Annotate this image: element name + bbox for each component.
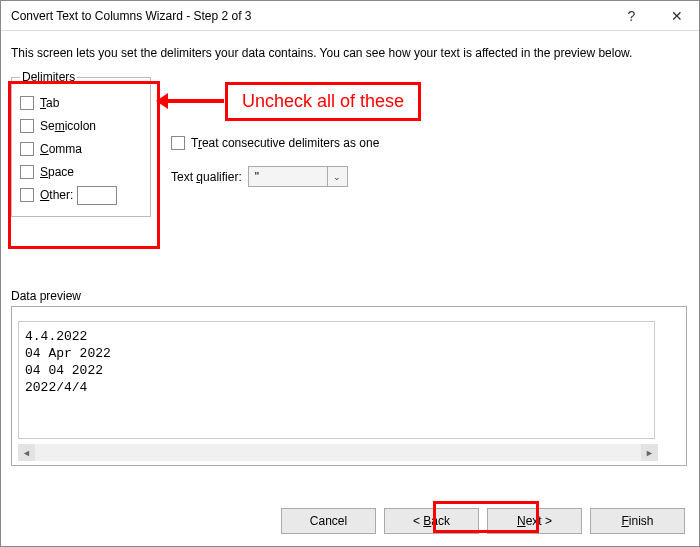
delim-semicolon-row: Semicolon	[20, 116, 142, 136]
help-button[interactable]: ?	[609, 1, 654, 31]
other-checkbox[interactable]	[20, 188, 34, 202]
treat-consecutive-label: Treat consecutive delimiters as one	[191, 136, 379, 150]
text-qualifier-label: Text qualifier:	[171, 170, 242, 184]
delim-tab-row: Tab	[20, 93, 142, 113]
next-button[interactable]: Next >	[487, 508, 582, 534]
data-preview-area: Data preview 4.4.2022 04 Apr 2022 04 04 …	[11, 289, 687, 466]
titlebar: Convert Text to Columns Wizard - Step 2 …	[1, 1, 699, 31]
semicolon-checkbox[interactable]	[20, 119, 34, 133]
data-preview-label: Data preview	[11, 289, 687, 303]
scroll-left-button[interactable]: ◄	[18, 444, 35, 461]
preview-line: 04 04 2022	[25, 363, 103, 378]
wizard-dialog: Convert Text to Columns Wizard - Step 2 …	[0, 0, 700, 547]
preview-line: 04 Apr 2022	[25, 346, 111, 361]
delimiters-group: Delimiters Tab Semicolon Comma Space Oth…	[11, 70, 151, 217]
space-label: Space	[40, 165, 74, 179]
delim-space-row: Space	[20, 162, 142, 182]
treat-consecutive-row: Treat consecutive delimiters as one	[171, 136, 379, 150]
window-title: Convert Text to Columns Wizard - Step 2 …	[11, 1, 609, 31]
other-label: Other:	[40, 188, 73, 202]
tab-checkbox[interactable]	[20, 96, 34, 110]
delimiters-legend: Delimiters	[20, 70, 77, 84]
comma-checkbox[interactable]	[20, 142, 34, 156]
horizontal-scrollbar[interactable]: ◄ ►	[18, 444, 658, 461]
treat-consecutive-checkbox[interactable]	[171, 136, 185, 150]
cancel-button[interactable]: Cancel	[281, 508, 376, 534]
preview-line: 2022/4/4	[25, 380, 87, 395]
preview-line: 4.4.2022	[25, 329, 87, 344]
finish-label: Finish	[621, 514, 653, 528]
annotation-arrow-icon	[164, 99, 224, 103]
chevron-down-icon: ⌄	[327, 167, 347, 186]
delim-comma-row: Comma	[20, 139, 142, 159]
delim-other-row: Other:	[20, 185, 142, 205]
intro-text: This screen lets you set the delimiters …	[11, 46, 689, 60]
close-icon: ✕	[671, 1, 683, 31]
back-button[interactable]: < Back	[384, 508, 479, 534]
close-button[interactable]: ✕	[654, 1, 699, 31]
scroll-right-icon: ►	[645, 448, 654, 458]
semicolon-label: Semicolon	[40, 119, 96, 133]
next-label: Next >	[517, 514, 552, 528]
data-preview-content: 4.4.2022 04 Apr 2022 04 04 2022 2022/4/4	[18, 321, 655, 439]
tab-label: Tab	[40, 96, 59, 110]
text-qualifier-select[interactable]: " ⌄	[248, 166, 348, 187]
cancel-label: Cancel	[310, 514, 347, 528]
annotation-uncheck-text: Uncheck all of these	[225, 82, 421, 121]
scroll-left-icon: ◄	[22, 448, 31, 458]
comma-label: Comma	[40, 142, 82, 156]
button-row: Cancel < Back Next > Finish	[281, 508, 685, 534]
back-label: < Back	[413, 514, 450, 528]
help-icon: ?	[628, 1, 636, 31]
space-checkbox[interactable]	[20, 165, 34, 179]
data-preview-box: 4.4.2022 04 Apr 2022 04 04 2022 2022/4/4…	[11, 306, 687, 466]
text-qualifier-value: "	[255, 170, 259, 184]
text-qualifier-row: Text qualifier: " ⌄	[171, 166, 379, 187]
other-delim-input[interactable]	[77, 186, 117, 205]
finish-button[interactable]: Finish	[590, 508, 685, 534]
scroll-right-button[interactable]: ►	[641, 444, 658, 461]
